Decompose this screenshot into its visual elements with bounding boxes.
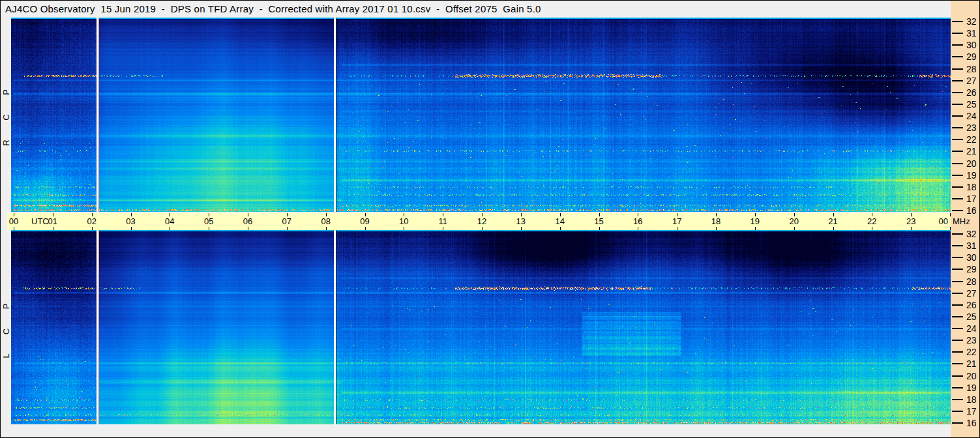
freq-tick	[952, 115, 963, 117]
hour-tick	[404, 227, 404, 230]
freq-tick	[952, 422, 963, 424]
hour-label: 20	[789, 216, 798, 226]
hour-tick	[677, 227, 677, 230]
hour-tick	[170, 227, 170, 230]
window-title: AJ4CO Observatory 15 Jun 2019 - DPS on T…	[5, 3, 541, 14]
freq-label: 16	[966, 418, 977, 428]
freq-tick	[952, 33, 963, 34]
hour-label: 00	[9, 216, 18, 226]
time-axis: UTC 000102030405060708091011121314151617…	[7, 213, 951, 230]
spectrogram-rcp	[11, 18, 951, 212]
freq-tick	[952, 104, 963, 105]
hour-label: 19	[750, 216, 760, 226]
hour-label: 13	[516, 216, 526, 226]
hour-label: 05	[204, 216, 213, 226]
freq-tick	[952, 92, 963, 93]
utc-label: UTC	[31, 216, 49, 226]
hour-label: 07	[282, 216, 291, 226]
freq-label: 31	[966, 241, 977, 251]
hour-label: 08	[321, 216, 330, 226]
hour-tick	[443, 227, 443, 230]
hour-tick	[521, 227, 522, 230]
freq-label: 18	[966, 394, 977, 405]
freq-tick	[952, 304, 963, 306]
freq-label: 24	[966, 323, 977, 334]
hour-tick	[833, 227, 834, 230]
hour-label: 02	[87, 216, 96, 226]
freq-tick	[952, 21, 963, 22]
freq-tick	[952, 127, 963, 128]
freq-tick	[952, 363, 963, 364]
hour-tick	[755, 227, 756, 230]
freq-tick	[952, 175, 963, 176]
freq-label: 17	[966, 406, 977, 416]
freq-label: 25	[966, 99, 977, 110]
hour-label: 16	[633, 216, 642, 226]
freq-label: 27	[966, 76, 977, 86]
hour-tick	[53, 227, 53, 230]
freq-label: 31	[966, 28, 977, 38]
freq-label: 20	[966, 371, 977, 381]
freq-tick	[952, 44, 963, 46]
freq-label: 19	[966, 170, 977, 181]
freq-tick	[952, 293, 963, 294]
hour-tick	[638, 227, 638, 230]
freq-label: 29	[966, 51, 977, 62]
freq-label: 20	[966, 158, 977, 169]
freq-tick	[952, 198, 963, 199]
freq-label: 26	[966, 87, 977, 98]
freq-label: 16	[966, 205, 977, 216]
hour-tick	[92, 227, 93, 230]
freq-label: 28	[966, 276, 977, 287]
freq-tick	[952, 387, 963, 388]
hour-label: 03	[126, 216, 135, 226]
freq-tick	[952, 399, 963, 400]
hour-label: 11	[438, 216, 447, 226]
freq-label: 30	[966, 40, 977, 50]
hour-label: 12	[477, 216, 486, 226]
freq-label: 32	[966, 229, 977, 239]
hour-label: 18	[711, 216, 720, 226]
freq-label: 23	[966, 123, 977, 133]
freq-label: 17	[966, 194, 977, 204]
hour-tick	[872, 227, 872, 230]
freq-tick	[952, 68, 963, 70]
freq-tick	[952, 151, 963, 152]
freq-label: 28	[966, 64, 977, 74]
freq-tick	[952, 375, 963, 377]
hour-label: 01	[48, 216, 57, 226]
freq-tick	[952, 56, 963, 57]
hour-label: 15	[594, 216, 603, 226]
freq-label: 30	[966, 252, 977, 263]
hour-label: 00	[939, 216, 948, 226]
hour-tick	[14, 227, 14, 230]
freq-label: 25	[966, 312, 977, 322]
hour-tick	[326, 227, 327, 230]
freq-tick	[952, 411, 963, 412]
hour-label: 22	[867, 216, 876, 226]
freq-label: 26	[966, 300, 977, 310]
title-bar: AJ4CO Observatory 15 Jun 2019 - DPS on T…	[1, 1, 951, 18]
freq-label: 22	[966, 347, 977, 357]
hour-tick	[794, 227, 795, 230]
freq-tick	[952, 80, 963, 81]
hour-tick	[365, 227, 366, 230]
hour-tick	[482, 227, 483, 230]
freq-tick	[952, 233, 963, 235]
hour-tick	[716, 227, 717, 230]
spectrogram-lcp	[11, 230, 951, 424]
hour-label: 14	[555, 216, 564, 226]
freq-label: 22	[966, 134, 977, 145]
app-window: AJ4CO Observatory 15 Jun 2019 - DPS on T…	[0, 0, 980, 438]
hour-label: 10	[399, 216, 408, 226]
freq-tick	[952, 257, 963, 258]
hour-tick	[248, 227, 248, 230]
freq-tick	[952, 328, 963, 329]
hour-label: 23	[906, 216, 915, 226]
hour-tick	[209, 227, 209, 230]
hour-label: 04	[165, 216, 174, 226]
freq-tick	[952, 210, 963, 211]
freq-label: 23	[966, 335, 977, 345]
freq-label: 27	[966, 288, 977, 299]
hour-tick	[131, 227, 132, 230]
